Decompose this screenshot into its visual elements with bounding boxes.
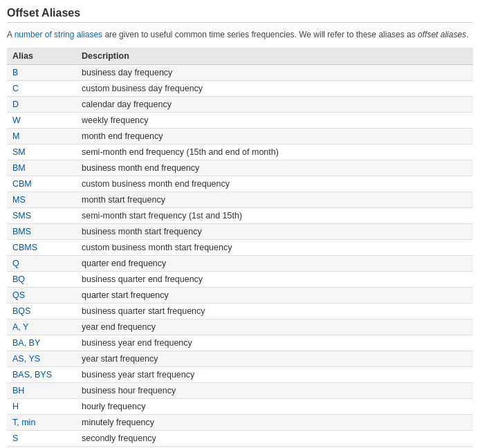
cell-alias: BH	[7, 383, 76, 399]
cell-description: secondly frequency	[76, 431, 473, 447]
cell-description: business hour frequency	[76, 383, 473, 399]
cell-description: weekly frequency	[76, 113, 473, 129]
table-row: BAS, BYSbusiness year start frequency	[7, 367, 473, 383]
cell-alias: MS	[7, 192, 76, 208]
cell-description: quarter start frequency	[76, 288, 473, 304]
cell-description: semi-month end frequency (15th and end o…	[76, 144, 473, 160]
cell-alias: H	[7, 399, 76, 415]
col-alias: Alias	[7, 48, 76, 65]
table-row: SMsemi-month end frequency (15th and end…	[7, 144, 473, 160]
table-row: Mmonth end frequency	[7, 129, 473, 144]
cell-description: calendar day frequency	[76, 97, 473, 113]
table-row: CBMScustom business month start frequenc…	[7, 240, 473, 256]
cell-alias: S	[7, 431, 76, 447]
cell-description: business month start frequency	[76, 224, 473, 240]
table-row: Bbusiness day frequency	[7, 65, 473, 81]
cell-alias: QS	[7, 288, 76, 304]
cell-description: business quarter start frequency	[76, 304, 473, 319]
table-row: MSmonth start frequency	[7, 192, 473, 208]
desc-italic: offset aliases	[418, 30, 466, 39]
table-row: Ssecondly frequency	[7, 431, 473, 447]
table-row: BQSbusiness quarter start frequency	[7, 304, 473, 319]
table-row: BMbusiness month end frequency	[7, 160, 473, 176]
cell-alias: C	[7, 81, 76, 97]
table-row: Ccustom business day frequency	[7, 81, 473, 97]
description: A number of string aliases are given to …	[7, 28, 473, 41]
cell-alias: T, min	[7, 415, 76, 431]
cell-alias: A, Y	[7, 319, 76, 335]
cell-alias: BQS	[7, 304, 76, 319]
cell-description: month end frequency	[76, 129, 473, 144]
page-title: Offset Aliases	[7, 7, 473, 23]
cell-description: custom business day frequency	[76, 81, 473, 97]
cell-description: custom business month end frequency	[76, 176, 473, 192]
cell-description: year end frequency	[76, 319, 473, 335]
cell-alias: CBMS	[7, 240, 76, 256]
aliases-table: Alias Description Bbusiness day frequenc…	[7, 48, 473, 448]
table-row: A, Yyear end frequency	[7, 319, 473, 335]
cell-description: business year start frequency	[76, 367, 473, 383]
table-row: SMSsemi-month start frequency (1st and 1…	[7, 208, 473, 224]
cell-alias: BMS	[7, 224, 76, 240]
cell-description: quarter end frequency	[76, 256, 473, 272]
cell-alias: D	[7, 97, 76, 113]
cell-alias: BQ	[7, 272, 76, 288]
table-row: Qquarter end frequency	[7, 256, 473, 272]
cell-alias: B	[7, 65, 76, 81]
cell-description: hourly frequency	[76, 399, 473, 415]
table-row: QSquarter start frequency	[7, 288, 473, 304]
cell-description: business quarter end frequency	[76, 272, 473, 288]
cell-alias: CBM	[7, 176, 76, 192]
cell-description: business month end frequency	[76, 160, 473, 176]
cell-description: business year end frequency	[76, 335, 473, 351]
cell-description: year start frequency	[76, 351, 473, 367]
table-row: BHbusiness hour frequency	[7, 383, 473, 399]
table-row: Hhourly frequency	[7, 399, 473, 415]
cell-alias: AS, YS	[7, 351, 76, 367]
col-description: Description	[76, 48, 473, 65]
cell-alias: SMS	[7, 208, 76, 224]
cell-alias: BM	[7, 160, 76, 176]
cell-alias: Q	[7, 256, 76, 272]
table-row: AS, YSyear start frequency	[7, 351, 473, 367]
desc-link[interactable]: number of string aliases	[15, 30, 102, 39]
cell-description: semi-month start frequency (1st and 15th…	[76, 208, 473, 224]
table-row: T, minminutely frequency	[7, 415, 473, 431]
cell-alias: M	[7, 129, 76, 144]
cell-description: business day frequency	[76, 65, 473, 81]
cell-alias: BA, BY	[7, 335, 76, 351]
table-row: BQbusiness quarter end frequency	[7, 272, 473, 288]
table-row: BA, BYbusiness year end frequency	[7, 335, 473, 351]
table-row: Dcalendar day frequency	[7, 97, 473, 113]
cell-description: custom business month start frequency	[76, 240, 473, 256]
cell-alias: W	[7, 113, 76, 129]
cell-alias: SM	[7, 144, 76, 160]
cell-description: minutely frequency	[76, 415, 473, 431]
table-row: CBMcustom business month end frequency	[7, 176, 473, 192]
cell-description: month start frequency	[76, 192, 473, 208]
table-row: Wweekly frequency	[7, 113, 473, 129]
table-row: BMSbusiness month start frequency	[7, 224, 473, 240]
table-header-row: Alias Description	[7, 48, 473, 65]
cell-alias: BAS, BYS	[7, 367, 76, 383]
